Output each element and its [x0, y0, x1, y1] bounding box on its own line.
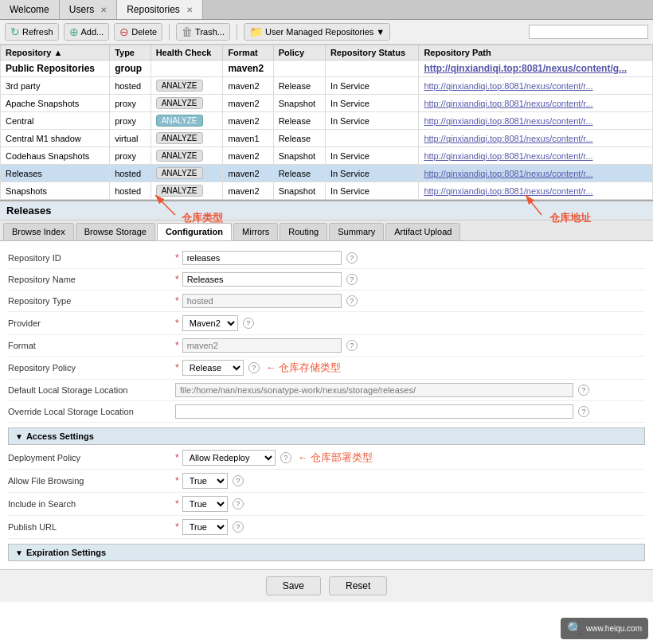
analyze-button[interactable]: ANALYZE: [156, 150, 203, 162]
sub-tab-configuration[interactable]: Configuration: [157, 223, 232, 240]
tab-users[interactable]: Users ✕: [60, 0, 117, 19]
toolbar: ↻ Refresh ⊕ Add... ⊖ Delete 🗑 Trash... 📁…: [0, 20, 653, 45]
sub-tab-routing[interactable]: Routing: [280, 223, 327, 240]
analyze-button[interactable]: ANALYZE: [156, 132, 203, 144]
repo-type-required: *: [175, 295, 179, 306]
col-type[interactable]: Type: [110, 45, 151, 60]
analyze-button[interactable]: ANALYZE: [156, 185, 203, 197]
sub-tabs: Browse Index Browse Storage Configuratio…: [0, 221, 653, 241]
col-policy[interactable]: Policy: [273, 45, 325, 60]
add-button[interactable]: ⊕ Add...: [64, 23, 110, 41]
deployment-required: *: [175, 452, 179, 463]
reset-button[interactable]: Reset: [329, 576, 387, 595]
policy-help[interactable]: ?: [248, 362, 260, 373]
trash-icon: 🗑: [182, 25, 193, 38]
col-status[interactable]: Repository Status: [325, 45, 419, 60]
deployment-help[interactable]: ?: [280, 452, 291, 463]
deployment-select[interactable]: Allow Redeploy Disable Redeploy Read Onl…: [182, 450, 276, 466]
repo-id-required: *: [175, 252, 179, 263]
provider-required: *: [175, 318, 179, 329]
table-row[interactable]: Public Repositoriesgroupmaven2http://qin…: [1, 60, 653, 77]
repo-id-label: Repository ID: [8, 253, 175, 263]
sub-tab-mirrors[interactable]: Mirrors: [233, 223, 278, 240]
override-storage-help[interactable]: ?: [578, 406, 589, 417]
repo-type-input: [182, 294, 342, 308]
col-format[interactable]: Format: [223, 45, 273, 60]
table-row[interactable]: Central M1 shadowvirtualANALYZEmaven1Rel…: [1, 130, 653, 147]
tab-users-close[interactable]: ✕: [100, 6, 107, 14]
analyze-button[interactable]: ANALYZE: [156, 80, 203, 92]
default-storage-input: [175, 383, 573, 397]
refresh-icon: ↻: [10, 25, 20, 38]
override-storage-input[interactable]: [175, 404, 573, 419]
save-button[interactable]: Save: [266, 576, 321, 595]
sub-tab-browse-storage[interactable]: Browse Storage: [76, 223, 155, 240]
repo-name-help[interactable]: ?: [346, 274, 358, 285]
col-repository[interactable]: Repository ▲: [1, 45, 110, 60]
analyze-button[interactable]: ANALYZE: [156, 97, 203, 109]
expiration-settings-label: Expiration Settings: [26, 548, 106, 557]
trash-button[interactable]: 🗑 Trash...: [176, 23, 230, 41]
tab-users-label: Users: [69, 4, 94, 15]
refresh-label: Refresh: [22, 27, 53, 37]
access-settings-header[interactable]: ▼ Access Settings: [8, 427, 645, 445]
tab-welcome[interactable]: Welcome: [0, 0, 60, 19]
repo-table-wrapper: Repository ▲ Type Health Check Format Po…: [0, 45, 653, 200]
override-storage-label: Override Local Storage Location: [8, 407, 175, 416]
include-search-help[interactable]: ?: [233, 498, 244, 509]
table-row[interactable]: SnapshotshostedANALYZEmaven2SnapshotIn S…: [1, 182, 653, 200]
form-row-default-storage: Default Local Storage Location ?: [8, 380, 645, 401]
form-row-include-search: Include in Search * True False ?: [8, 493, 645, 516]
watermark-icon: 🔍: [567, 621, 583, 636]
provider-help[interactable]: ?: [243, 318, 254, 329]
publish-url-help[interactable]: ?: [233, 521, 244, 533]
refresh-button[interactable]: ↻ Refresh: [5, 23, 59, 41]
file-browsing-select[interactable]: True False: [182, 473, 228, 489]
col-path[interactable]: Repository Path: [419, 45, 653, 60]
sub-tab-artifact-upload[interactable]: Artifact Upload: [385, 223, 460, 240]
repo-type-help[interactable]: ?: [346, 295, 358, 306]
table-row[interactable]: CentralproxyANALYZEmaven2ReleaseIn Servi…: [1, 112, 653, 130]
provider-select[interactable]: Maven2: [182, 315, 238, 331]
repo-name-label: Repository Name: [8, 275, 175, 284]
default-storage-help[interactable]: ?: [578, 384, 589, 396]
repo-name-input[interactable]: [182, 272, 342, 287]
table-row[interactable]: Apache SnapshotsproxyANALYZEmaven2Snapsh…: [1, 95, 653, 112]
sub-tab-summary[interactable]: Summary: [329, 223, 384, 240]
search-input[interactable]: [529, 25, 648, 39]
watermark: 🔍 www.heiqu.com: [561, 618, 648, 639]
managed-repos-button[interactable]: 📁 User Managed Repositories ▼: [244, 23, 390, 41]
form-row-file-browsing: Allow File Browsing * True False ?: [8, 470, 645, 493]
deployment-label: Deployment Policy: [8, 453, 175, 463]
repo-id-input[interactable]: [182, 251, 342, 265]
publish-url-select[interactable]: True False: [182, 519, 228, 535]
include-search-select[interactable]: True False: [182, 496, 228, 512]
table-row[interactable]: 3rd partyhostedANALYZEmaven2ReleaseIn Se…: [1, 77, 653, 95]
watermark-text: www.heiqu.com: [586, 624, 642, 633]
expiration-settings-header[interactable]: ▼ Expiration Settings: [8, 544, 645, 561]
file-browsing-required: *: [175, 475, 179, 486]
access-toggle-icon: ▼: [15, 432, 23, 441]
policy-select[interactable]: Release Snapshot: [182, 360, 244, 376]
table-row[interactable]: Codehaus SnapshotsproxyANALYZEmaven2Snap…: [1, 147, 653, 165]
bottom-buttons: Save Reset: [0, 569, 653, 602]
repo-type-label: Repository Type: [8, 296, 175, 306]
tab-repositories-label: Repositories: [127, 4, 180, 15]
file-browsing-help[interactable]: ?: [233, 475, 244, 486]
managed-chevron-icon: ▼: [376, 27, 385, 37]
delete-button[interactable]: ⊖ Delete: [114, 23, 162, 41]
col-health[interactable]: Health Check: [151, 45, 223, 60]
repo-id-help[interactable]: ?: [346, 252, 358, 263]
form-row-policy: Repository Policy * Release Snapshot ? ←…: [8, 357, 645, 380]
tab-repositories-close[interactable]: ✕: [186, 6, 193, 14]
policy-arrow: ← 仓库存储类型: [266, 361, 342, 375]
sub-tab-browse-index[interactable]: Browse Index: [3, 223, 74, 240]
tab-welcome-label: Welcome: [10, 4, 49, 15]
form-row-format: Format * ?: [8, 335, 645, 357]
format-help[interactable]: ?: [346, 340, 358, 351]
format-label: Format: [8, 341, 175, 350]
analyze-button[interactable]: ANALYZE: [156, 167, 203, 179]
table-row[interactable]: ReleaseshostedANALYZEmaven2ReleaseIn Ser…: [1, 165, 653, 182]
tab-repositories[interactable]: Repositories ✕: [117, 0, 203, 19]
analyze-button[interactable]: ANALYZE: [156, 115, 203, 127]
